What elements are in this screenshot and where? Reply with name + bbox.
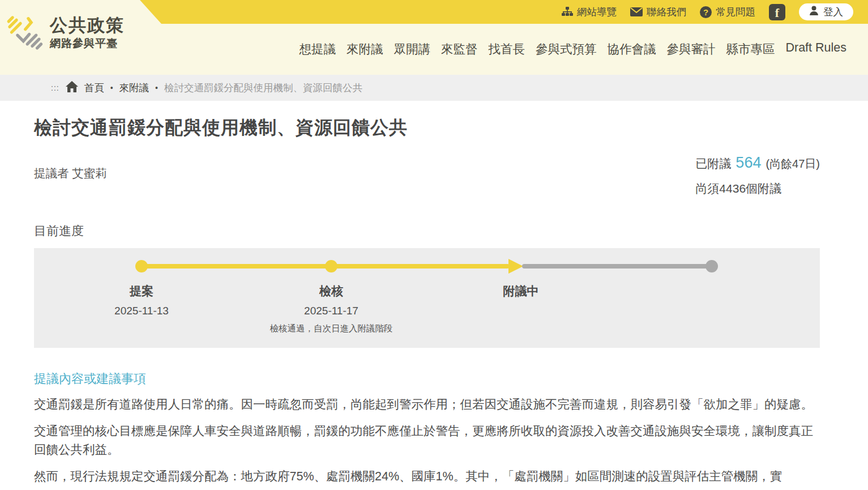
nav-item-participatory-budget[interactable]: 參與式預算 (536, 41, 597, 57)
endorsement-stats: 已附議 564 (尚餘47日) 尚須4436個附議 (695, 154, 820, 197)
stage-name: 檢核 (270, 283, 393, 299)
proposer: 提議者 艾蜜莉 (34, 165, 107, 197)
nav-item-mayors[interactable]: 找首長 (488, 41, 525, 57)
timeline-end-dot (705, 260, 718, 272)
sitemap-label: 網站導覽 (577, 5, 617, 19)
progress-heading: 目前進度 (34, 223, 820, 240)
stage-endorsing: 附議中 (503, 283, 539, 299)
content-paragraph: 然而，現行法規規定交通罰鍰分配為：地方政府75%、處罰機關24%、國庫1%。其中… (34, 467, 820, 486)
nav-item-audit[interactable]: 參與審計 (666, 41, 715, 57)
main-nav: 想提議 來附議 眾開講 來監督 找首長 參與式預算 協作會議 參與審計 縣市專區… (299, 41, 846, 57)
timeline-dot-review (325, 260, 337, 272)
site-logo[interactable]: 公共政策 網路參與平臺 (6, 14, 125, 53)
page-title: 檢討交通罰鍰分配與使用機制、資源回饋公共 (34, 116, 820, 140)
stage-review: 檢核 2025-11-17 檢核通過，自次日進入附議階段 (270, 283, 393, 335)
timeline-arrow-icon (508, 259, 523, 274)
contact-link[interactable]: 聯絡我們 (630, 5, 686, 19)
user-icon (809, 6, 819, 18)
facebook-link[interactable]: f (769, 4, 785, 20)
stage-date: 2025-11-13 (114, 305, 169, 317)
question-icon: ? (700, 6, 712, 18)
breadcrumb: ::: 首頁 • 來附議 • 檢討交通罰鍰分配與使用機制、資源回饋公共 (0, 75, 868, 101)
nav-item-supervise[interactable]: 來監督 (441, 41, 478, 57)
proposal-meta-row: 提議者 艾蜜莉 已附議 564 (尚餘47日) 尚須4436個附議 (34, 154, 820, 197)
breadcrumb-separator: • (155, 83, 158, 92)
breadcrumb-section[interactable]: 來附議 (119, 81, 149, 95)
sitemap-link[interactable]: 網站導覽 (562, 5, 617, 19)
mail-icon (630, 7, 643, 16)
progress-timeline: 提案 2025-11-13 檢核 2025-11-17 檢核通過，自次日進入附議… (34, 248, 820, 348)
join-platform-logo-icon (6, 14, 43, 53)
home-icon (66, 81, 78, 95)
site-header: 網站導覽 聯絡我們 ? 常見問題 f 登入 (0, 0, 868, 75)
breadcrumb-home[interactable]: 首頁 (84, 81, 104, 95)
contact-label: 聯絡我們 (647, 5, 686, 19)
nav-item-propose[interactable]: 想提議 (299, 41, 336, 57)
stage-proposal: 提案 2025-11-13 (114, 283, 169, 317)
site-title-line1: 公共政策 (50, 16, 125, 35)
site-title: 公共政策 網路參與平臺 (50, 16, 125, 51)
nav-item-endorse[interactable]: 來附議 (347, 41, 383, 57)
timeline-dot-proposal (135, 260, 148, 272)
stage-note: 檢核通過，自次日進入附議階段 (270, 323, 393, 335)
nav-item-county-zone[interactable]: 縣市專區 (726, 41, 775, 57)
site-title-line2: 網路參與平臺 (50, 36, 125, 51)
utility-nav: 網站導覽 聯絡我們 ? 常見問題 f 登入 (562, 0, 853, 24)
stage-name: 提案 (114, 283, 169, 299)
stage-date: 2025-11-17 (270, 305, 393, 317)
login-button[interactable]: 登入 (799, 3, 853, 20)
faq-label: 常見問題 (716, 5, 755, 19)
proposal-page: 檢討交通罰鍰分配與使用機制、資源回饋公共 提議者 艾蜜莉 已附議 564 (尚餘… (0, 116, 868, 486)
breadcrumb-current: 檢討交通罰鍰分配與使用機制、資源回饋公共 (164, 81, 362, 95)
nav-item-collaboration[interactable]: 協作會議 (607, 41, 656, 57)
login-label: 登入 (823, 5, 843, 19)
faq-link[interactable]: ? 常見問題 (700, 5, 755, 19)
content-paragraph: 交通管理的核心目標應是保障人車安全與道路順暢，罰鍰的功能不應僅止於警告，更應將所… (34, 422, 820, 459)
sitemap-icon (562, 7, 573, 17)
breadcrumb-separator: • (110, 83, 113, 92)
section-heading: 提議內容或建議事項 (34, 370, 820, 387)
facebook-icon: f (769, 4, 785, 20)
nav-item-draft-rules[interactable]: Draft Rules (785, 41, 846, 57)
endorse-label: 已附議 (695, 156, 731, 172)
endorsements-needed: 尚須4436個附議 (695, 181, 820, 197)
nav-item-talks[interactable]: 眾開講 (394, 41, 430, 57)
days-remaining: (尚餘47日) (766, 156, 820, 172)
content-paragraph: 交通罰鍰是所有道路使用人日常的痛。因一時疏忽而受罰，尚能起到警示作用；但若因交通… (34, 395, 820, 414)
endorse-line: 已附議 564 (尚餘47日) (695, 154, 820, 172)
endorse-count: 564 (736, 154, 761, 172)
stage-name: 附議中 (503, 283, 539, 299)
accessibility-skip-link[interactable]: ::: (51, 83, 59, 92)
timeline-remaining-bar (522, 264, 712, 269)
proposal-content: 交通罰鍰是所有道路使用人日常的痛。因一時疏忽而受罰，尚能起到警示作用；但若因交通… (34, 395, 820, 486)
